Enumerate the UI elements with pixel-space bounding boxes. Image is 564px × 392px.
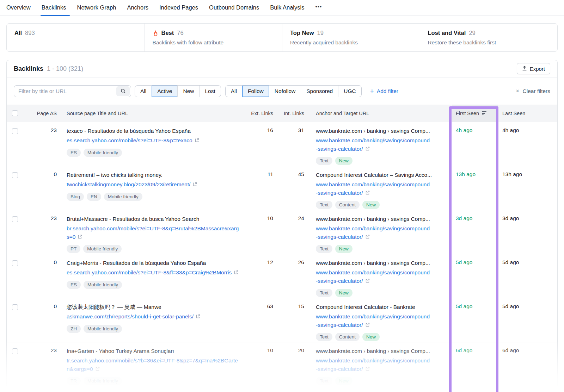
language-badge: ES bbox=[67, 149, 81, 157]
tab-overview[interactable]: Overview bbox=[6, 0, 31, 15]
external-link-icon[interactable] bbox=[365, 189, 370, 197]
ext-links-value: 10 bbox=[246, 210, 282, 254]
add-filter-label: Add filter bbox=[377, 88, 398, 94]
source-url-link[interactable]: br.search.yahoo.com/mobile/s?ei=UTF-8&q=… bbox=[67, 225, 239, 239]
row-checkbox[interactable] bbox=[12, 216, 18, 222]
export-button[interactable]: Export bbox=[517, 63, 550, 74]
int-links-value: 20 bbox=[282, 342, 313, 386]
source-page-title: Ina+Garten - Yahoo Turkey Arama Sonuçlar… bbox=[67, 347, 239, 355]
card-top-new[interactable]: Top New 19 Recently acquired backlinks bbox=[282, 24, 420, 51]
select-all-checkbox[interactable] bbox=[12, 110, 18, 116]
source-page-title: texaco - Resultados de la búsqueda Yahoo… bbox=[67, 127, 239, 135]
source-url-link[interactable]: es.search.yahoo.com/mobile/s?ei=UTF-8&fl… bbox=[67, 269, 232, 275]
external-link-icon[interactable] bbox=[195, 137, 199, 145]
external-link-icon[interactable] bbox=[365, 365, 370, 373]
page-as-value: 0 bbox=[26, 254, 63, 298]
target-url-link[interactable]: www.bankrate.com/banking/savings/compoun… bbox=[316, 313, 430, 328]
header-last-seen: Last Seen bbox=[498, 105, 557, 122]
last-seen-value: 3d ago bbox=[498, 210, 557, 254]
external-link-icon[interactable] bbox=[365, 277, 370, 285]
row-checkbox[interactable] bbox=[12, 304, 18, 310]
source-page-title: Retirement! – two chicks talking money. bbox=[67, 171, 239, 179]
new-badge: New bbox=[335, 289, 352, 297]
first-seen-value: 3d ago bbox=[452, 210, 498, 254]
target-url-link[interactable]: www.bankrate.com/banking/savings/compoun… bbox=[316, 137, 430, 151]
int-links-value: 31 bbox=[282, 122, 313, 166]
header-anchor-target: Anchor and Target URL bbox=[313, 105, 452, 122]
link-type-badge: Text bbox=[316, 333, 332, 341]
source-page-title: Brutal+Massacre - Resultados da busca Ya… bbox=[67, 215, 239, 223]
status-filter-all[interactable]: All bbox=[135, 86, 152, 97]
header-ext-links: Ext. Links bbox=[246, 105, 282, 122]
link-type-badge: Text bbox=[316, 289, 332, 297]
source-url-link[interactable]: askmanwe.com/zh/reports/should-i-get-sol… bbox=[67, 313, 194, 319]
result-range: 1 - 100 (321) bbox=[47, 65, 83, 73]
header-int-links: Int. Links bbox=[282, 105, 313, 122]
tab-network-graph[interactable]: Network Graph bbox=[77, 0, 116, 15]
ext-links-value: 11 bbox=[246, 166, 282, 210]
card-title: Lost and Vital bbox=[428, 30, 466, 36]
int-links-value: 24 bbox=[282, 210, 313, 254]
language-badge: TR bbox=[67, 377, 81, 385]
target-url-link[interactable]: www.bankrate.com/banking/savings/compoun… bbox=[316, 181, 430, 195]
source-url-link[interactable]: es.search.yahoo.com/mobile/s?ei=UTF-8&p=… bbox=[67, 137, 192, 143]
tab-indexed-pages[interactable]: Indexed Pages bbox=[159, 0, 198, 15]
follow-filter-all[interactable]: All bbox=[226, 86, 242, 97]
link-type-badge: Text bbox=[316, 377, 332, 385]
mobile-friendly-badge: Mobile friendly bbox=[83, 245, 122, 253]
search-icon[interactable] bbox=[116, 86, 130, 96]
status-filter-lost[interactable]: Lost bbox=[199, 86, 220, 97]
content-badge: Content bbox=[335, 201, 360, 209]
source-page-title: Craig+Morris - Resultados de la búsqueda… bbox=[67, 259, 239, 267]
external-link-icon[interactable] bbox=[365, 233, 370, 241]
tab-outbound-domains[interactable]: Outbound Domains bbox=[209, 0, 259, 15]
tab-bulk-analysis[interactable]: Bulk Analysis bbox=[270, 0, 304, 15]
card-lost-and-vital[interactable]: Lost and Vital 29 Restore these backlink… bbox=[420, 24, 558, 51]
card-all[interactable]: All 893 bbox=[7, 24, 145, 51]
follow-filter-nofollow[interactable]: Nofollow bbox=[269, 86, 301, 97]
status-filter-active[interactable]: Active bbox=[152, 86, 177, 97]
tab-anchors[interactable]: Anchors bbox=[127, 0, 148, 15]
target-url-link[interactable]: www.bankrate.com/banking/savings/compoun… bbox=[316, 357, 430, 372]
panel-title: Backlinks bbox=[14, 65, 43, 73]
source-url-link[interactable]: tr.search.yahoo.com/mobile/s?b=36&ei=UTF… bbox=[67, 357, 238, 372]
row-checkbox[interactable] bbox=[12, 172, 18, 178]
search-field bbox=[14, 85, 131, 97]
backlinks-panel: Backlinks 1 - 100 (321) Export All Activ… bbox=[6, 60, 558, 386]
external-link-icon[interactable] bbox=[365, 321, 370, 329]
external-link-icon[interactable] bbox=[78, 233, 82, 241]
external-link-icon[interactable] bbox=[234, 269, 238, 277]
external-link-icon[interactable] bbox=[196, 313, 200, 321]
source-page-title: 您该装太阳能板吗？ — 曼威 — Manwe bbox=[67, 303, 239, 311]
more-tabs-icon[interactable]: ••• bbox=[315, 4, 322, 12]
status-filter-new[interactable]: New bbox=[177, 86, 199, 97]
source-url-link[interactable]: twochickstalkingmoney.blog/2023/09/23/re… bbox=[67, 181, 190, 187]
header-first-seen[interactable]: First Seen bbox=[452, 105, 498, 122]
follow-filter-ugc[interactable]: UGC bbox=[338, 86, 361, 97]
follow-filter-follow[interactable]: Follow bbox=[242, 86, 269, 97]
status-filter-group: All Active New Lost bbox=[135, 85, 221, 97]
anchor-text: Compound Interest Calculator – Savings A… bbox=[316, 171, 447, 179]
external-link-icon[interactable] bbox=[365, 145, 370, 153]
tab-backlinks[interactable]: Backlinks bbox=[42, 0, 66, 15]
card-best[interactable]: Best 76 Backlinks with follow attribute bbox=[145, 24, 282, 51]
external-link-icon[interactable] bbox=[192, 181, 197, 189]
row-checkbox[interactable] bbox=[12, 260, 18, 266]
language-badge: EN bbox=[87, 193, 101, 201]
row-checkbox[interactable] bbox=[12, 128, 18, 134]
external-link-icon[interactable] bbox=[95, 365, 100, 373]
clear-filters-button[interactable]: ✕ Clear filters bbox=[516, 88, 550, 94]
card-count: 19 bbox=[317, 30, 324, 36]
language-badge: PT bbox=[67, 245, 80, 253]
search-input[interactable] bbox=[14, 88, 116, 94]
close-icon: ✕ bbox=[516, 88, 520, 94]
target-url-link[interactable]: www.bankrate.com/banking/savings/compoun… bbox=[316, 225, 430, 239]
mobile-friendly-badge: Mobile friendly bbox=[84, 377, 122, 385]
last-seen-value: 6d ago bbox=[498, 342, 557, 386]
follow-filter-sponsored[interactable]: Sponsored bbox=[301, 86, 338, 97]
add-filter-button[interactable]: + Add filter bbox=[370, 88, 398, 94]
target-url-link[interactable]: www.bankrate.com/banking/savings/compoun… bbox=[316, 269, 430, 284]
int-links-value: 26 bbox=[282, 254, 313, 298]
card-subtitle: Recently acquired backlinks bbox=[290, 39, 412, 46]
row-checkbox[interactable] bbox=[12, 348, 18, 354]
